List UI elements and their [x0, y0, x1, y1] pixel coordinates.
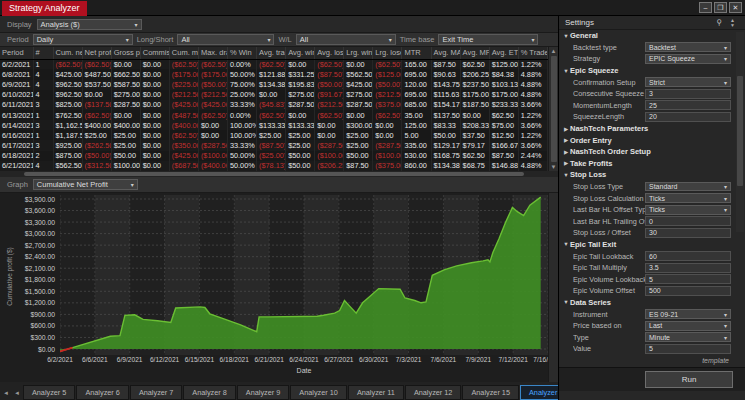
chevron-collapsed-icon[interactable]: ▶ [562, 160, 570, 166]
longshort-dropdown[interactable]: All ▾ [177, 34, 274, 45]
period-dropdown[interactable]: Daily ▾ [33, 34, 133, 45]
chevron-expanded-icon[interactable]: ▼ [562, 241, 570, 247]
table-row[interactable]: 6/8/20214$425.00$487.50$662.50$0.00($175… [0, 69, 548, 79]
tab-scroll-left-icon[interactable]: ◄ [12, 386, 22, 400]
setting-dropdown[interactable]: EPIC Squeeze▾ [645, 54, 731, 64]
column-header[interactable]: Avg. los [315, 47, 344, 59]
tab-analyzer-5[interactable]: Analyzer 5 [23, 385, 75, 400]
scroll-up-icon[interactable]: ▲ [551, 47, 557, 55]
settings-section-epic-tail-exit[interactable]: ▼Epic Tail Exit [559, 239, 745, 251]
setting-input[interactable]: 5 [645, 274, 731, 284]
restore-icon[interactable]: ❐ [714, 2, 727, 13]
table-row[interactable]: 6/17/20213$925.00($262.50)$25.00$0.00($3… [0, 140, 548, 150]
column-header[interactable]: Period [0, 47, 33, 59]
chart-plot-area[interactable] [60, 195, 548, 355]
scroll-down-icon[interactable]: ▼ [551, 163, 557, 171]
tab-analyzer-11[interactable]: Analyzer 11 [348, 385, 404, 400]
panel-spinner[interactable]: ▲▼ [730, 18, 735, 28]
scrollbar-thumb[interactable] [551, 56, 557, 162]
column-header[interactable]: Net profi [82, 47, 111, 59]
column-header[interactable]: Max. dra [198, 47, 227, 59]
table-row[interactable]: 6/9/20214$962.50$537.50$587.50$0.00($225… [0, 80, 548, 90]
table-horizontal-scrollbar[interactable] [0, 171, 558, 177]
column-header[interactable]: # [33, 47, 53, 59]
setting-dropdown[interactable]: Minute▾ [645, 332, 731, 342]
column-header[interactable]: Avg. ETI [489, 47, 518, 59]
tab-analyzer-15[interactable]: Analyzer 15 [462, 385, 519, 400]
tab-scroll-left-icon[interactable]: ◄ [1, 386, 11, 400]
column-header[interactable]: Gross pr [111, 47, 140, 59]
graph-dropdown[interactable]: Cumulative Net Profit ▾ [33, 179, 138, 190]
pin-icon[interactable]: ⚲ [716, 18, 722, 27]
column-header[interactable]: MTR [402, 47, 431, 59]
column-header[interactable]: Commis [140, 47, 169, 59]
column-header[interactable]: Avg. MFI [460, 47, 489, 59]
column-header[interactable]: Avg. win [286, 47, 315, 59]
settings-section-nashtech-order-setup[interactable]: ▶NashTech Order Setup [559, 146, 745, 158]
template-link[interactable]: template [702, 357, 729, 364]
setting-dropdown[interactable]: Backtest▾ [645, 42, 731, 52]
tab-analyzer-10[interactable]: Analyzer 10 [290, 385, 347, 400]
table-row[interactable]: 6/11/20213$825.00($137.50)$287.50$0.00($… [0, 100, 548, 110]
column-header[interactable]: Cum. ne [53, 47, 82, 59]
tab-analyzer-6[interactable]: Analyzer 6 [76, 385, 128, 400]
scrollbar-thumb[interactable] [24, 172, 524, 176]
setting-input[interactable]: 3.5 [645, 263, 731, 273]
chevron-collapsed-icon[interactable]: ▶ [562, 137, 570, 143]
table-row[interactable]: 6/2/20211($62.50)($62.50)$0.00$0.00($62.… [0, 59, 548, 69]
column-header[interactable]: Avg. trad [257, 47, 286, 59]
chevron-expanded-icon[interactable]: ▼ [562, 172, 570, 178]
settings-section-take-profits[interactable]: ▶Take Profits [559, 158, 745, 170]
settings-scrollbar[interactable] [736, 32, 744, 232]
column-header[interactable]: Cum. m [169, 47, 198, 59]
window-title-tab[interactable]: Strategy Analyzer [2, 1, 87, 16]
wl-dropdown[interactable]: All ▾ [296, 34, 396, 45]
setting-dropdown[interactable]: ES 09-21▾ [645, 309, 731, 319]
table-vertical-scrollbar[interactable]: ▲ ▼ [548, 47, 558, 171]
settings-section-general[interactable]: ▼General [559, 30, 745, 42]
table-row[interactable]: 6/16/20211$1,187.50$25.00$25.00$0.00($62… [0, 130, 548, 140]
table-row[interactable]: 6/13/20211$762.50($62.50)$0.00$0.00($487… [0, 110, 548, 120]
column-header[interactable]: Avg. MA [431, 47, 460, 59]
chevron-expanded-icon[interactable]: ▼ [562, 299, 570, 305]
setting-input[interactable]: 60 [645, 251, 731, 261]
table-row[interactable]: 6/10/20214$962.50$0.00$275.00$0.00($212.… [0, 90, 548, 100]
setting-input[interactable]: 5 [645, 344, 731, 354]
setting-dropdown[interactable]: Last▾ [645, 321, 731, 331]
setting-input[interactable]: 20 [645, 112, 731, 122]
settings-section-data-series[interactable]: ▼Data Series [559, 297, 745, 309]
display-dropdown[interactable]: Analysis ($) ▾ [37, 19, 142, 30]
column-header[interactable]: Lrg. lose [373, 47, 402, 59]
setting-dropdown[interactable]: Ticks▾ [645, 193, 731, 203]
settings-section-nashtech-parameters[interactable]: ▶NashTech Parameters [559, 123, 745, 135]
setting-input[interactable]: 0 [645, 216, 731, 226]
timebase-dropdown[interactable]: Exit Time ▾ [438, 34, 538, 45]
close-icon[interactable]: ✕ [729, 2, 742, 13]
column-header[interactable]: % Win [227, 47, 256, 59]
setting-dropdown[interactable]: Ticks▾ [645, 205, 731, 215]
table-row[interactable]: 6/18/20212$875.00($50.00)$50.00$0.00($42… [0, 151, 548, 161]
column-header[interactable]: Lrg. winn [344, 47, 373, 59]
settings-section-stop-loss[interactable]: ▼Stop Loss [559, 169, 745, 181]
minimize-button[interactable]: – [699, 2, 712, 13]
setting-dropdown[interactable]: Standard▾ [645, 182, 731, 192]
chevron-collapsed-icon[interactable]: ▶ [562, 149, 570, 155]
table-row[interactable]: 6/21/20214$562.50($312.50)$100.00$0.00($… [0, 161, 548, 171]
chevron-collapsed-icon[interactable]: ▶ [562, 126, 570, 132]
table-row[interactable]: 6/14/20213$1,162.50$400.00$400.00$0.00($… [0, 120, 548, 130]
tab-analyzer-8[interactable]: Analyzer 8 [183, 385, 235, 400]
column-header[interactable]: % Trade [518, 47, 547, 59]
chevron-expanded-icon[interactable]: ▼ [562, 68, 570, 74]
setting-dropdown[interactable]: Strict▾ [645, 77, 731, 87]
setting-input[interactable]: 30 [645, 228, 731, 238]
tab-analyzer-12[interactable]: Analyzer 12 [405, 385, 462, 400]
setting-input[interactable]: 500 [645, 286, 731, 296]
scrollbar-thumb[interactable] [737, 76, 743, 186]
setting-input[interactable]: 3 [645, 89, 731, 99]
tab-analyzer-7[interactable]: Analyzer 7 [130, 385, 182, 400]
setting-input[interactable]: 25 [645, 100, 731, 110]
tab-analyzer-9[interactable]: Analyzer 9 [237, 385, 289, 400]
chevron-expanded-icon[interactable]: ▼ [562, 33, 570, 39]
run-button[interactable]: Run [645, 371, 733, 388]
settings-section-epic-squeeze[interactable]: ▼Epic Squeeze [559, 65, 745, 77]
